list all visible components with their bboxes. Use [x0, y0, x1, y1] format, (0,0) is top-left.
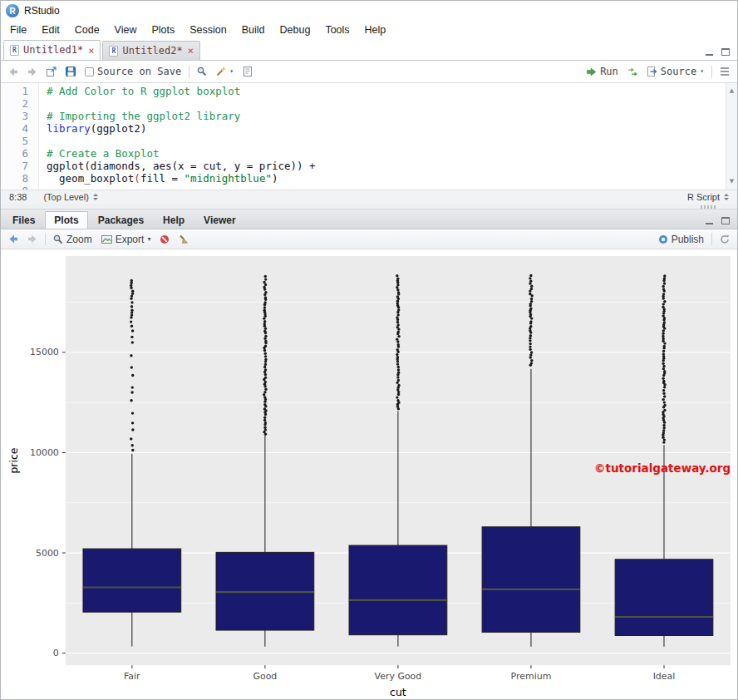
pane-tab-viewer[interactable]: Viewer: [194, 211, 244, 229]
outlier-point: [263, 393, 265, 396]
minimize-pane-button[interactable]: [703, 45, 716, 56]
code-line: [47, 135, 737, 147]
outlier-point: [130, 316, 132, 318]
pane-tab-files[interactable]: Files: [3, 211, 44, 229]
export-button[interactable]: Export ▾: [97, 231, 155, 248]
toolbar-separator: [45, 233, 46, 245]
pane-tab-help[interactable]: Help: [154, 211, 194, 229]
outlier-point: [529, 289, 531, 292]
code-line: ggplot(diamonds, aes(x = cut, y = price)…: [47, 160, 737, 172]
maximize-pane-button[interactable]: [719, 45, 731, 56]
open-in-new-window-button[interactable]: [42, 64, 61, 79]
menu-item-edit[interactable]: Edit: [34, 22, 67, 38]
x-axis-title: cut: [390, 686, 406, 698]
watermark-text: ©tutorialgateway.org: [594, 461, 731, 475]
clear-plots-button[interactable]: [175, 232, 193, 247]
minimize-pane-button[interactable]: [703, 214, 716, 224]
scroll-up-icon[interactable]: ▲: [730, 85, 734, 97]
code-token: # Importing the ggplot2 library: [47, 110, 240, 122]
outlier-point: [263, 371, 266, 373]
rerun-icon: [627, 67, 638, 76]
code-token: ggplot(diamonds, aes(x = cut, y = price)…: [47, 160, 316, 172]
menu-item-session[interactable]: Session: [182, 22, 234, 38]
outlier-point: [130, 287, 132, 289]
menu-item-debug[interactable]: Debug: [273, 22, 318, 38]
outlier-point: [662, 362, 664, 365]
scroll-down-icon[interactable]: ▼: [730, 175, 734, 188]
save-button[interactable]: [61, 64, 80, 79]
outlier-point: [264, 275, 267, 278]
rerun-button[interactable]: [623, 65, 642, 79]
menu-item-plots[interactable]: Plots: [144, 22, 182, 38]
outlier-point: [662, 333, 664, 335]
outlier-point: [396, 286, 398, 288]
line-number: 7: [1, 160, 28, 172]
code-editor[interactable]: 123456789 # Add Color to R ggplot boxplo…: [1, 83, 737, 190]
outlier-point: [263, 320, 266, 323]
menu-item-build[interactable]: Build: [234, 22, 273, 38]
editor-tab-untitled1[interactable]: RUntitled1*×: [3, 40, 101, 60]
outlier-point: [131, 341, 134, 343]
y-axis-title: price: [7, 448, 20, 474]
close-tab-icon[interactable]: ×: [88, 46, 94, 56]
menu-item-code[interactable]: Code: [67, 22, 107, 38]
x-tick-label: Fair: [124, 671, 140, 682]
pane-splitter[interactable]: [1, 204, 737, 210]
outlier-point: [131, 412, 134, 414]
splitter-grip-icon[interactable]: [701, 205, 717, 209]
cursor-position: 8:38: [9, 192, 27, 202]
pane-tab-plots[interactable]: Plots: [45, 211, 87, 229]
outlier-point: [663, 321, 666, 323]
outlier-point: [263, 324, 266, 327]
zoom-label: Zoom: [66, 234, 92, 245]
code-line: [47, 185, 737, 190]
arrow-left-icon: [8, 234, 18, 244]
caret-down-icon: ▾: [147, 236, 150, 243]
menu-item-help[interactable]: Help: [357, 22, 394, 38]
checkbox-icon[interactable]: [85, 67, 94, 76]
caret-down-icon: ▾: [700, 68, 704, 75]
previous-plot-button[interactable]: [4, 232, 22, 246]
outlier-point: [130, 354, 132, 357]
editor-status-bar: 8:38 (Top Level) R Script: [1, 190, 737, 204]
outlier-point: [264, 433, 267, 436]
close-tab-icon[interactable]: ×: [188, 46, 194, 56]
code-line: # Create a Boxplot: [47, 147, 737, 160]
publish-button[interactable]: Publish: [654, 231, 708, 248]
scope-selector[interactable]: (Top Level): [43, 192, 97, 202]
code-line: [47, 97, 737, 110]
code-content[interactable]: # Add Color to R ggplot boxplot# Importi…: [39, 83, 737, 190]
outlier-point: [264, 373, 267, 376]
remove-plot-button[interactable]: [155, 232, 174, 247]
menu-item-view[interactable]: View: [107, 22, 145, 38]
outlier-point: [662, 279, 665, 282]
pane-tab-packages[interactable]: Packages: [89, 211, 153, 229]
outlier-point: [130, 305, 133, 308]
file-type-selector[interactable]: R Script: [687, 192, 729, 202]
maximize-pane-button[interactable]: [719, 214, 731, 224]
nav-back-button[interactable]: [4, 65, 22, 79]
code-line: geom_boxplot(fill = "midnightblue"): [47, 172, 737, 185]
box: [83, 549, 181, 612]
editor-scrollbar[interactable]: ▲ ▼: [726, 83, 737, 190]
outlier-point: [396, 311, 399, 313]
menu-item-file[interactable]: File: [2, 22, 34, 38]
source-on-save-toggle[interactable]: Source on Save: [81, 63, 185, 81]
notebook-icon: [243, 67, 253, 76]
compile-report-button[interactable]: [239, 64, 257, 79]
source-button[interactable]: Source ▾: [643, 63, 708, 80]
editor-tab-untitled2[interactable]: RUntitled2*×: [102, 41, 199, 60]
run-button[interactable]: Run: [583, 63, 622, 80]
zoom-button[interactable]: Zoom: [49, 231, 96, 248]
nav-forward-button[interactable]: [23, 65, 42, 79]
code-tools-button[interactable]: ▾: [212, 64, 238, 79]
document-outline-button[interactable]: [716, 64, 734, 79]
zoom-icon: [53, 234, 63, 244]
outlier-point: [662, 367, 665, 370]
next-plot-button[interactable]: [23, 232, 42, 246]
find-replace-button[interactable]: [193, 64, 211, 79]
refresh-plot-button[interactable]: [716, 232, 734, 247]
remove-plot-icon: [160, 234, 170, 244]
menu-item-tools[interactable]: Tools: [317, 22, 357, 38]
arrow-right-icon: [27, 67, 37, 76]
